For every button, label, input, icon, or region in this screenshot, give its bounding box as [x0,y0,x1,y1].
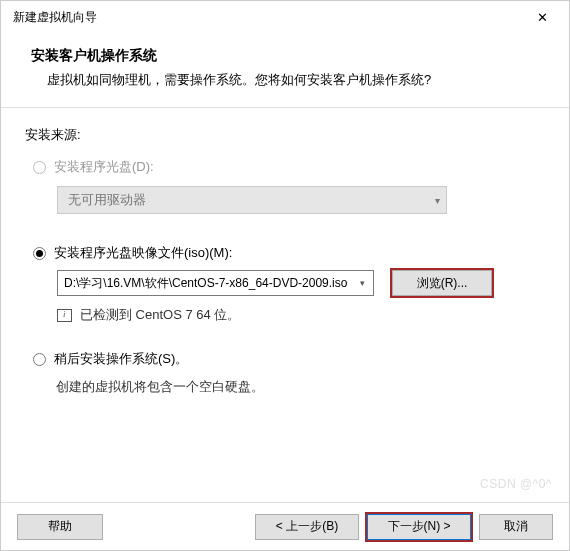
detection-text: 已检测到 CentOS 7 64 位。 [80,306,240,324]
chevron-down-icon[interactable]: ▾ [353,273,371,293]
close-button[interactable]: ✕ [520,3,565,31]
radio-option-disc[interactable]: 安装程序光盘(D): [33,158,545,176]
wizard-header: 安装客户机操作系统 虚拟机如同物理机，需要操作系统。您将如何安装客户机操作系统? [1,33,569,108]
radio-iso-label: 安装程序光盘映像文件(iso)(M): [54,244,232,262]
radio-icon [33,353,46,366]
radio-disc-label: 安装程序光盘(D): [54,158,154,176]
radio-option-iso[interactable]: 安装程序光盘映像文件(iso)(M): [33,244,545,262]
option-group: 安装程序光盘(D): 无可用驱动器 ▾ 安装程序光盘映像文件(iso)(M): … [33,158,545,396]
close-icon: ✕ [537,10,548,25]
header-title: 安装客户机操作系统 [31,47,545,65]
next-button[interactable]: 下一步(N) > [367,514,471,540]
back-button[interactable]: < 上一步(B) [255,514,359,540]
cancel-button[interactable]: 取消 [479,514,553,540]
iso-path-row: D:\学习\16.VM\软件\CentOS-7-x86_64-DVD-2009.… [57,270,545,296]
iso-path-value: D:\学习\16.VM\软件\CentOS-7-x86_64-DVD-2009.… [64,275,347,292]
header-subtitle: 虚拟机如同物理机，需要操作系统。您将如何安装客户机操作系统? [47,71,545,89]
wizard-window: 新建虚拟机向导 ✕ 安装客户机操作系统 虚拟机如同物理机，需要操作系统。您将如何… [0,0,570,551]
disc-drive-value: 无可用驱动器 [68,191,146,209]
iso-path-combobox[interactable]: D:\学习\16.VM\软件\CentOS-7-x86_64-DVD-2009.… [57,270,374,296]
radio-option-later[interactable]: 稍后安装操作系统(S)。 [33,350,545,368]
disc-drive-dropdown: 无可用驱动器 ▾ [57,186,447,214]
wizard-footer: 帮助 < 上一步(B) 下一步(N) > 取消 [1,502,569,550]
titlebar: 新建虚拟机向导 ✕ [1,1,569,33]
detection-row: 已检测到 CentOS 7 64 位。 [57,306,545,324]
window-title: 新建虚拟机向导 [13,9,97,26]
info-icon [57,309,72,322]
radio-later-label: 稍后安装操作系统(S)。 [54,350,188,368]
browse-button[interactable]: 浏览(R)... [392,270,492,296]
install-source-label: 安装来源: [25,126,545,144]
later-note: 创建的虚拟机将包含一个空白硬盘。 [56,378,545,396]
radio-icon [33,161,46,174]
help-button[interactable]: 帮助 [17,514,103,540]
radio-icon [33,247,46,260]
chevron-down-icon: ▾ [435,195,440,206]
wizard-body: 安装来源: 安装程序光盘(D): 无可用驱动器 ▾ 安装程序光盘映像文件(iso… [1,108,569,502]
